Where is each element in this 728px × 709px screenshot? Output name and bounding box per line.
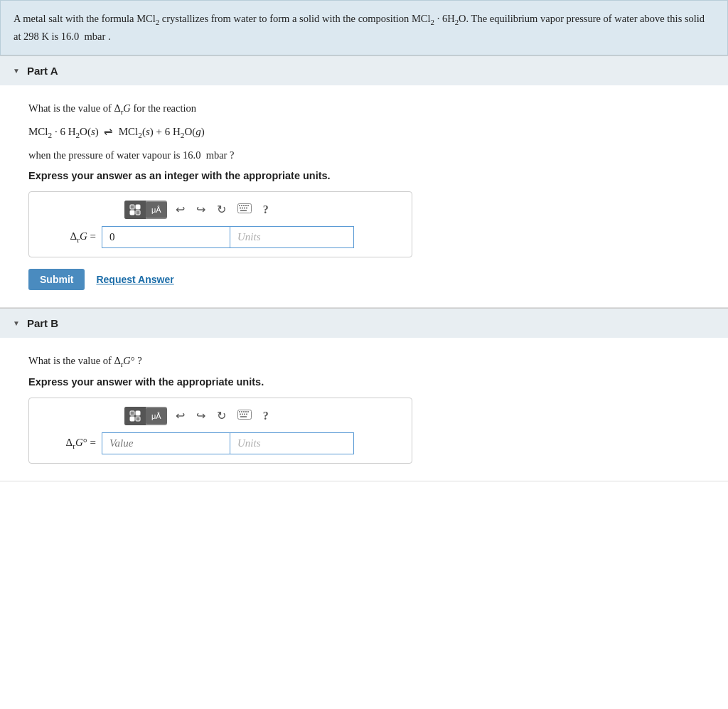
part-b-refresh-button[interactable]: ↻ [214, 407, 229, 424]
part-a-mu-button[interactable]: μÅ [146, 202, 167, 218]
matrix-icon-b [129, 410, 141, 422]
info-box: A metal salt with the formula MCl2 cryst… [0, 0, 728, 55]
page-wrapper: A metal salt with the formula MCl2 cryst… [0, 0, 728, 709]
part-a-help-button[interactable]: ? [263, 203, 269, 216]
part-b-section: ▼ Part B What is the value of ΔrG° ? Exp… [0, 308, 728, 481]
part-a-section: ▼ Part A What is the value of ΔrG for th… [0, 55, 728, 307]
part-a-units-input[interactable] [230, 226, 354, 248]
svg-rect-6 [241, 205, 242, 206]
matrix-icon [129, 204, 141, 215]
svg-rect-11 [242, 207, 243, 208]
svg-rect-3 [136, 210, 140, 215]
part-b-input-label: ΔrG° = [39, 437, 96, 450]
svg-rect-16 [136, 411, 140, 415]
part-a-matrix-group: μÅ [124, 201, 167, 219]
part-a-submit-button[interactable]: Submit [28, 269, 85, 290]
svg-rect-2 [130, 210, 134, 215]
part-a-submit-row: Submit Request Answer [28, 269, 700, 290]
part-b-matrix-group: μÅ [124, 407, 167, 425]
svg-rect-1 [136, 205, 140, 209]
svg-rect-20 [239, 411, 240, 412]
part-a-question: What is the value of ΔrG for the reactio… [28, 100, 700, 164]
part-b-help-button[interactable]: ? [263, 410, 269, 422]
part-b-units-input[interactable] [230, 432, 354, 454]
svg-rect-0 [130, 205, 134, 209]
svg-rect-7 [243, 205, 245, 206]
part-b-undo-button[interactable]: ↩ [173, 407, 188, 424]
part-b-toolbar: μÅ ↩ ↪ ↻ [39, 407, 402, 425]
svg-rect-26 [242, 413, 243, 415]
part-a-request-answer-button[interactable]: Request Answer [96, 274, 173, 285]
svg-rect-29 [240, 416, 247, 417]
svg-rect-14 [240, 210, 247, 211]
mu-label-b: μÅ [151, 412, 161, 420]
part-b-mu-button[interactable]: μÅ [146, 408, 167, 424]
svg-rect-13 [246, 207, 247, 208]
part-b-content: What is the value of ΔrG° ? Express your… [0, 338, 728, 481]
svg-rect-24 [247, 411, 249, 412]
part-a-matrix-button[interactable] [124, 201, 146, 219]
part-a-undo-button[interactable]: ↩ [173, 201, 188, 218]
part-a-value-input[interactable] [102, 226, 230, 248]
svg-rect-9 [247, 205, 249, 206]
svg-rect-8 [245, 205, 247, 206]
mu-label: μÅ [151, 206, 161, 214]
part-a-keyboard-button[interactable] [235, 202, 255, 218]
part-a-answer-container: μÅ ↩ ↪ ↻ [28, 191, 412, 257]
part-b-matrix-button[interactable] [124, 407, 146, 425]
part-b-input-row: ΔrG° = [39, 432, 402, 454]
svg-rect-23 [245, 411, 247, 412]
svg-rect-17 [130, 417, 134, 421]
svg-rect-10 [240, 207, 241, 208]
part-a-refresh-button[interactable]: ↻ [214, 201, 229, 218]
svg-rect-21 [241, 411, 242, 412]
part-b-label: Part B [27, 317, 58, 329]
part-a-label: Part A [27, 65, 58, 77]
part-a-input-row: ΔrG = [39, 226, 402, 248]
part-a-content: What is the value of ΔrG for the reactio… [0, 85, 728, 306]
part-a-toolbar: μÅ ↩ ↪ ↻ [39, 201, 402, 219]
svg-rect-25 [240, 413, 241, 415]
part-b-keyboard-button[interactable] [235, 408, 255, 424]
part-a-triangle-icon: ▼ [13, 67, 20, 75]
svg-rect-12 [244, 207, 245, 208]
info-box-text: A metal salt with the formula MCl2 cryst… [14, 13, 705, 42]
svg-rect-18 [136, 417, 140, 421]
part-b-header[interactable]: ▼ Part B [0, 308, 728, 338]
svg-rect-15 [130, 411, 134, 415]
part-a-instruction: Express your answer as an integer with t… [28, 170, 700, 181]
part-b-redo-button[interactable]: ↪ [193, 407, 208, 424]
part-a-header[interactable]: ▼ Part A [0, 55, 728, 85]
part-a-input-label: ΔrG = [39, 230, 96, 244]
part-b-triangle-icon: ▼ [13, 319, 20, 327]
part-b-question: What is the value of ΔrG° ? [28, 352, 700, 371]
svg-rect-27 [244, 413, 245, 415]
svg-rect-28 [246, 413, 247, 415]
keyboard-icon [237, 203, 252, 213]
part-a-redo-button[interactable]: ↪ [193, 201, 208, 218]
svg-rect-22 [243, 411, 245, 412]
part-b-answer-container: μÅ ↩ ↪ ↻ [28, 398, 412, 464]
part-b-value-input[interactable] [102, 432, 230, 454]
svg-rect-5 [239, 205, 240, 206]
part-b-instruction: Express your answer with the appropriate… [28, 376, 700, 388]
keyboard-icon-b [237, 410, 252, 420]
